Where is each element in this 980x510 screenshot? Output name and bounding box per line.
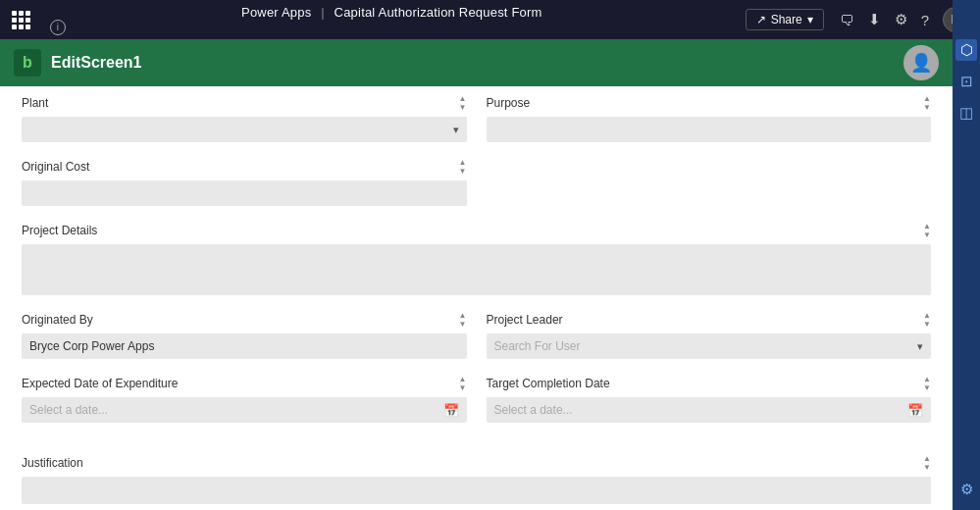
originated-by-sort[interactable]: ▲▼ xyxy=(459,311,467,329)
settings-icon[interactable]: ⚙ xyxy=(895,11,907,28)
originated-by-input[interactable]: Bryce Corp Power Apps xyxy=(22,333,467,359)
topbar-icons: 🗨 ⬇ ⚙ ? B xyxy=(840,7,968,32)
purpose-label: Purpose xyxy=(487,96,531,110)
spacer-field-2 xyxy=(12,431,477,446)
expected-date-sort[interactable]: ▲▼ xyxy=(459,375,467,392)
original-cost-label: Original Cost xyxy=(22,160,89,174)
original-cost-field: Original Cost ▲▼ xyxy=(12,150,477,214)
target-completion-field: Target Completion Date ▲▼ Select a date.… xyxy=(477,367,942,431)
comment-icon[interactable]: 🗨 xyxy=(840,12,854,28)
justification-field: Justification ▲▼ xyxy=(12,446,941,510)
form-area: Plant ▲▼ ▾ Purpose ▲▼ xyxy=(0,86,953,510)
original-cost-sort[interactable]: ▲▼ xyxy=(459,158,467,176)
justification-label: Justification xyxy=(22,456,83,470)
project-leader-label: Project Leader xyxy=(487,313,563,327)
target-completion-placeholder: Select a date... xyxy=(494,403,573,417)
form-grid: Plant ▲▼ ▾ Purpose ▲▼ xyxy=(0,86,953,510)
justification-sort[interactable]: ▲▼ xyxy=(923,454,931,472)
target-completion-input[interactable]: Select a date... 📅 xyxy=(487,397,932,423)
project-leader-input[interactable]: Search For User ▾ xyxy=(487,333,932,359)
main-panel: b EditScreen1 👤 Plant ▲▼ ▾ xyxy=(0,39,953,510)
target-completion-calendar-icon[interactable]: 📅 xyxy=(907,403,923,418)
project-details-input[interactable] xyxy=(22,244,931,295)
share-icon: ↗ xyxy=(756,13,766,26)
plant-chevron-icon: ▾ xyxy=(453,124,459,136)
purpose-input[interactable] xyxy=(487,117,932,142)
expected-date-placeholder: Select a date... xyxy=(29,403,108,417)
plant-input[interactable]: ▾ xyxy=(22,117,467,142)
originated-by-value: Bryce Corp Power Apps xyxy=(29,339,154,353)
originated-by-field: Originated By ▲▼ Bryce Corp Power Apps xyxy=(12,303,477,367)
spacer-field-1 xyxy=(477,150,942,214)
plant-field: Plant ▲▼ ▾ xyxy=(12,86,477,150)
project-details-label: Project Details xyxy=(22,224,97,237)
sidebar-calendar-icon[interactable]: ⊡ xyxy=(955,71,977,92)
sidebar-bolt-icon[interactable]: ⬡ xyxy=(955,39,977,61)
target-completion-sort[interactable]: ▲▼ xyxy=(923,375,931,392)
share-button[interactable]: ↗ Share ▾ xyxy=(746,9,824,30)
share-chevron-icon: ▾ xyxy=(807,13,813,26)
expected-date-calendar-icon[interactable]: 📅 xyxy=(443,403,459,418)
help-icon[interactable]: ? xyxy=(921,12,929,28)
user-avatar[interactable]: 👤 xyxy=(903,45,939,80)
project-leader-field: Project Leader ▲▼ Search For User ▾ xyxy=(477,303,942,367)
plant-sort[interactable]: ▲▼ xyxy=(459,94,467,112)
plant-label: Plant xyxy=(22,96,48,110)
green-header: b EditScreen1 👤 xyxy=(0,39,953,86)
content-area: b EditScreen1 👤 Plant ▲▼ ▾ xyxy=(0,39,980,510)
bolt-logo: b xyxy=(14,49,41,76)
justification-input[interactable] xyxy=(22,477,931,504)
expected-date-label: Expected Date of Expenditure xyxy=(22,377,178,390)
topbar-title: Power Apps | Capital Authorization Reque… xyxy=(46,5,738,35)
topbar: Power Apps | Capital Authorization Reque… xyxy=(0,0,980,39)
expected-date-input[interactable]: Select a date... 📅 xyxy=(22,397,467,423)
sidebar-user-icon[interactable]: ◫ xyxy=(955,102,977,124)
target-completion-label: Target Completion Date xyxy=(487,377,610,390)
purpose-field: Purpose ▲▼ xyxy=(477,86,942,150)
grid-icon[interactable] xyxy=(12,11,30,29)
project-details-sort[interactable]: ▲▼ xyxy=(923,222,931,239)
project-leader-chevron-icon: ▾ xyxy=(917,340,923,353)
info-icon[interactable]: i xyxy=(50,20,66,35)
original-cost-input[interactable] xyxy=(22,180,467,206)
project-leader-placeholder: Search For User xyxy=(494,339,581,353)
sidebar-settings-icon[interactable]: ⚙ xyxy=(955,479,977,500)
purpose-sort[interactable]: ▲▼ xyxy=(923,94,931,112)
project-leader-sort[interactable]: ▲▼ xyxy=(923,311,931,329)
screen-title: EditScreen1 xyxy=(51,54,894,72)
originated-by-label: Originated By xyxy=(22,313,93,327)
expected-date-field: Expected Date of Expenditure ▲▼ Select a… xyxy=(12,367,477,431)
download-icon[interactable]: ⬇ xyxy=(868,11,881,28)
right-sidebar: ⬡ ⊡ ◫ ⚙ xyxy=(953,0,980,510)
project-details-field: Project Details ▲▼ xyxy=(12,214,941,303)
